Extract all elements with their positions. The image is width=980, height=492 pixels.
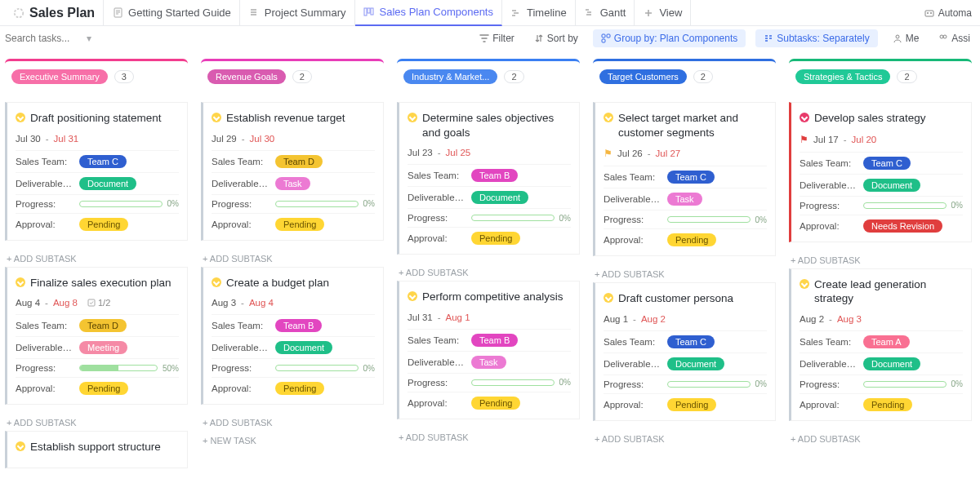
add-subtask-button[interactable]: + ADD SUBTASK (593, 264, 776, 282)
column-header[interactable]: Industry & Market...2 (397, 59, 580, 91)
approval-tag[interactable]: Pending (79, 218, 128, 231)
team-tag[interactable]: Team B (471, 334, 518, 347)
flag-icon: ⚑ (604, 148, 612, 159)
deliverable-tag[interactable]: Document (471, 191, 528, 204)
progress-bar[interactable]: 0% (275, 199, 375, 208)
deliverable-tag[interactable]: Task (275, 177, 310, 190)
team-tag[interactable]: Team D (79, 319, 127, 332)
approval-tag[interactable]: Pending (471, 232, 520, 245)
filter-button[interactable]: Filter (474, 30, 519, 47)
task-card[interactable]: Perform competitive analysisJul 31-Aug 1… (397, 281, 580, 419)
task-card[interactable]: Create a budget planAug 3-Aug 4Sales Tea… (201, 267, 384, 406)
subtasks-button[interactable]: Subtasks: Separately (755, 29, 877, 47)
approval-tag[interactable]: Pending (79, 382, 128, 395)
top-nav: Sales Plan Getting Started GuideProject … (0, 0, 980, 26)
status-dot-icon (604, 293, 613, 303)
add-subtask-button[interactable]: + ADD SUBTASK (201, 249, 384, 267)
task-dates: Aug 4-Aug 81/2 (16, 298, 179, 308)
add-subtask-button[interactable]: + ADD SUBTASK (201, 413, 384, 431)
column-header[interactable]: Executive Summary3 (5, 59, 188, 91)
flag-icon: ⚑ (800, 134, 808, 145)
new-task-button[interactable]: + NEW TASK (201, 431, 384, 449)
status-dot-icon (16, 277, 25, 287)
task-card[interactable]: Establish support structure (5, 431, 188, 468)
task-card[interactable]: Determine sales objectives and goalsJul … (397, 102, 580, 255)
team-tag[interactable]: Team A (863, 335, 910, 348)
add-subtask-button[interactable]: + ADD SUBTASK (397, 428, 580, 445)
sort-button[interactable]: Sort by (529, 30, 583, 47)
approval-tag[interactable]: Needs Revision (863, 219, 942, 233)
checklist-badge: 1/2 (87, 298, 110, 308)
add-subtask-button[interactable]: + ADD SUBTASK (5, 413, 188, 431)
svg-point-13 (943, 35, 947, 38)
doc-icon (112, 7, 123, 19)
approval-tag[interactable]: Pending (667, 233, 716, 246)
tab-getting-started-guide[interactable]: Getting Started Guide (104, 0, 240, 26)
deliverable-tag[interactable]: Task (471, 356, 506, 369)
approval-tag[interactable]: Pending (667, 398, 716, 411)
tab-label: Timeline (527, 7, 567, 19)
automate-button[interactable]: Automa (920, 7, 975, 19)
progress-bar[interactable]: 0% (471, 378, 571, 387)
team-tag[interactable]: Team C (863, 157, 911, 170)
tab-project-summary[interactable]: Project Summary (240, 0, 355, 26)
team-tag[interactable]: Team D (275, 155, 323, 168)
task-card[interactable]: Select target market and customer segmen… (593, 102, 776, 256)
deliverable-tag[interactable]: Task (667, 193, 702, 206)
add-subtask-button[interactable]: + ADD SUBTASK (5, 249, 188, 267)
tab-sales-plan-components[interactable]: Sales Plan Components (355, 0, 502, 26)
svg-rect-5 (925, 11, 933, 16)
deliverable-tag[interactable]: Meeting (79, 341, 127, 354)
team-tag[interactable]: Team C (79, 155, 127, 168)
task-card[interactable]: Create lead generation strategyAug 2-Aug… (789, 268, 972, 421)
workspace-title[interactable]: Sales Plan (5, 0, 104, 26)
deliverable-tag[interactable]: Document (667, 357, 724, 370)
deliverable-tag[interactable]: Document (863, 179, 920, 192)
task-card[interactable]: Finalize sales execution planAug 4-Aug 8… (5, 267, 188, 406)
field-label: Sales Team: (408, 335, 465, 345)
progress-bar[interactable]: 0% (667, 215, 767, 224)
task-card[interactable]: Draft positioning statementJul 30-Jul 31… (5, 102, 188, 241)
progress-bar[interactable]: 0% (275, 364, 375, 373)
progress-bar[interactable]: 0% (863, 201, 963, 210)
add-subtask-button[interactable]: + ADD SUBTASK (397, 263, 580, 281)
task-card[interactable]: Establish revenue targetJul 29-Jul 30Sal… (201, 102, 384, 241)
progress-bar[interactable]: 0% (863, 379, 963, 388)
search-field[interactable] (5, 33, 87, 44)
team-tag[interactable]: Team B (471, 169, 518, 182)
task-title: Finalize sales execution plan (30, 276, 172, 290)
tab-label: Sales Plan Components (380, 6, 493, 18)
team-tag[interactable]: Team C (667, 171, 715, 184)
tab-view[interactable]: View (635, 0, 691, 26)
approval-tag[interactable]: Pending (863, 398, 912, 411)
search-input[interactable]: ▾ (5, 33, 136, 44)
me-button[interactable]: Me (888, 30, 924, 47)
add-subtask-button[interactable]: + ADD SUBTASK (593, 429, 776, 447)
progress-bar[interactable]: 0% (667, 379, 767, 388)
progress-bar[interactable]: 50% (79, 364, 179, 373)
deliverable-tag[interactable]: Document (863, 357, 920, 370)
groupby-button[interactable]: Group by: Plan Components (593, 29, 746, 47)
add-subtask-button[interactable]: + ADD SUBTASK (789, 429, 972, 447)
add-subtask-button[interactable]: + ADD SUBTASK (789, 250, 972, 268)
deliverable-tag[interactable]: Document (275, 341, 332, 354)
approval-tag[interactable]: Pending (275, 382, 324, 395)
task-card[interactable]: Draft customer personaAug 1-Aug 2Sales T… (593, 282, 776, 421)
board: Executive Summary3Draft positioning stat… (0, 51, 980, 492)
assignees-button[interactable]: Assi (933, 30, 975, 47)
team-tag[interactable]: Team B (275, 319, 322, 332)
column-header[interactable]: Target Customers2 (593, 59, 776, 91)
column-header[interactable]: Strategies & Tactics2 (789, 59, 972, 91)
column-header[interactable]: Revenue Goals2 (201, 59, 384, 91)
approval-tag[interactable]: Pending (275, 218, 324, 231)
team-tag[interactable]: Team C (667, 335, 715, 348)
task-card[interactable]: Develop sales strategy⚑Jul 17-Jul 20Sale… (789, 102, 972, 242)
approval-tag[interactable]: Pending (471, 397, 520, 410)
column-target-customers: Target Customers2Select target market an… (593, 59, 776, 447)
progress-bar[interactable]: 0% (471, 214, 571, 223)
task-dates: Jul 30-Jul 31 (16, 134, 179, 144)
tab-timeline[interactable]: Timeline (502, 0, 576, 26)
tab-gantt[interactable]: Gantt (576, 0, 635, 26)
deliverable-tag[interactable]: Document (79, 177, 136, 190)
progress-bar[interactable]: 0% (79, 199, 179, 208)
